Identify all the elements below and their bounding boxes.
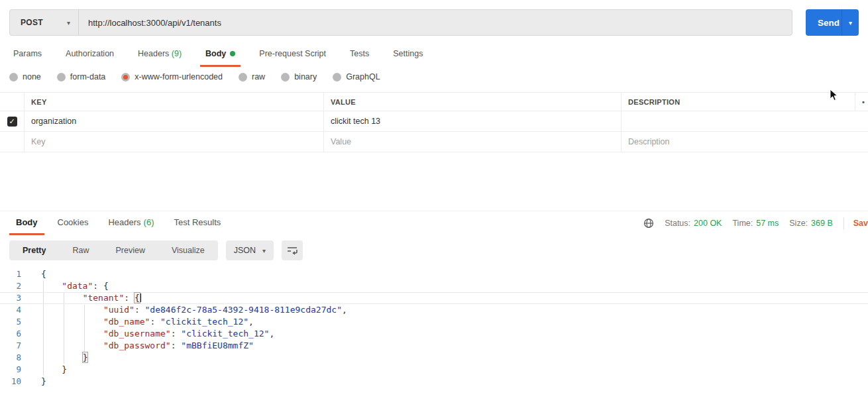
green-dot-icon (230, 51, 235, 56)
send-split-button: Send ▾ (806, 9, 859, 36)
chevron-down-icon: ▾ (67, 19, 70, 26)
json-punctuation: : (171, 340, 182, 350)
mode-x-www-form-urlencoded[interactable]: x-www-form-urlencoded (121, 72, 223, 81)
json-punctuation (41, 340, 103, 350)
line-number: 6 (0, 328, 29, 340)
code-text: "db_name": "clickit_tech_12", (29, 316, 254, 328)
line-number: 5 (0, 316, 29, 328)
response-tab-cookies[interactable]: Cookies (51, 211, 95, 235)
radio-icon (333, 73, 341, 81)
tab-body[interactable]: Body (200, 44, 241, 67)
mode-binary[interactable]: binary (281, 72, 317, 81)
table-options-button[interactable]: • (855, 93, 868, 111)
mode-label: binary (294, 72, 317, 81)
tab-label: Body (16, 217, 38, 227)
select-all-cell (0, 93, 24, 111)
checkbox-cell (0, 132, 24, 152)
json-punctuation: { (41, 269, 46, 279)
json-punctuation: , (248, 317, 254, 327)
urlencoded-table: KEYVALUEDESCRIPTION•✓organizationclickit… (0, 92, 868, 152)
response-tab-body[interactable]: Body (9, 211, 44, 235)
view-tab-visualize[interactable]: Visualize (158, 240, 218, 260)
code-line: 8 } (0, 352, 868, 364)
json-punctuation (41, 317, 103, 327)
request-tabs: ParamsAuthorizationHeaders (9)BodyPre-re… (0, 44, 868, 67)
format-select[interactable]: JSON ▾ (226, 240, 274, 260)
method-select[interactable]: POST ▾ (10, 10, 79, 35)
json-punctuation: : (124, 293, 135, 303)
json-string: "clickit_tech_12" (181, 329, 269, 339)
json-punctuation: , (269, 329, 274, 339)
row-checkbox[interactable]: ✓ (7, 117, 17, 127)
code-line: 2 "data": { (0, 280, 868, 292)
response-header: BodyCookiesHeaders(6)Test Results Status… (0, 211, 868, 235)
tab-params[interactable]: Params (8, 44, 47, 67)
view-tab-pretty[interactable]: Pretty (9, 240, 59, 260)
response-tab-test-results[interactable]: Test Results (168, 211, 228, 235)
key-cell[interactable]: organization (24, 111, 323, 131)
mode-graphql[interactable]: GraphQL (333, 72, 380, 81)
response-panel: BodyCookiesHeaders(6)Test Results Status… (0, 211, 868, 388)
checkbox-cell: ✓ (0, 111, 24, 131)
json-punctuation (41, 352, 83, 362)
send-options-button[interactable]: ▾ (841, 9, 859, 36)
table-row: ✓organizationclickit tech 13 (0, 111, 868, 132)
mode-label: x-www-form-urlencoded (135, 72, 223, 81)
mode-none[interactable]: none (9, 72, 41, 81)
radio-icon (9, 73, 18, 81)
placeholder-row: KeyValueDescription (0, 132, 868, 152)
tab-label: Cookies (58, 217, 89, 227)
view-tab-preview[interactable]: Preview (102, 240, 158, 260)
size-label: Size: (789, 219, 808, 228)
description-cell[interactable] (621, 111, 855, 131)
json-punctuation (41, 329, 103, 339)
size-value: 369 B (811, 219, 833, 228)
mode-form-data[interactable]: form-data (57, 72, 106, 81)
column-header-key: KEY (24, 93, 323, 111)
tab-tests[interactable]: Tests (345, 44, 374, 67)
tab-label: Pre-request Script (259, 49, 326, 58)
json-punctuation: : (150, 317, 160, 327)
tab-pre-request-script[interactable]: Pre-request Script (254, 44, 331, 67)
code-text: { (29, 268, 46, 280)
json-punctuation (41, 305, 103, 315)
view-tab-raw[interactable]: Raw (59, 240, 102, 260)
wrap-lines-button[interactable] (282, 240, 303, 260)
value-input[interactable]: Value (323, 132, 621, 152)
json-key: "uuid" (103, 305, 135, 315)
mode-label: GraphQL (346, 72, 380, 81)
line-number: 8 (0, 352, 29, 364)
row-end-cell (855, 132, 868, 152)
json-key: "db_password" (103, 340, 171, 350)
time-label: Time: (732, 219, 753, 228)
mode-label: none (23, 72, 41, 81)
code-text: "data": { (29, 280, 109, 292)
response-meta: Status: 200 OK Time: 57 ms Size: 369 B S… (643, 211, 868, 235)
body-mode-options: noneform-datax-www-form-urlencodedrawbin… (0, 67, 868, 85)
line-number: 7 (0, 340, 29, 352)
key-input[interactable]: Key (24, 132, 323, 152)
view-mode-segmented-control: PrettyRawPreviewVisualize (9, 240, 218, 260)
code-line: 6 "db_username": "clickit_tech_12", (0, 328, 868, 340)
json-punctuation: : (135, 305, 145, 315)
globe-icon[interactable] (643, 218, 654, 229)
url-input[interactable] (79, 10, 792, 35)
json-string: "clickit_tech_12" (160, 317, 248, 327)
tab-headers[interactable]: Headers (9) (133, 44, 187, 67)
value-cell[interactable]: clickit tech 13 (323, 111, 621, 131)
response-tabs: BodyCookiesHeaders(6)Test Results (9, 211, 234, 235)
description-input[interactable]: Description (621, 132, 855, 152)
tab-authorization[interactable]: Authorization (60, 44, 119, 67)
json-string: "de846f2c-78a5-4392-9418-811e9cda27dc" (145, 305, 342, 315)
tab-label: Body (205, 49, 226, 58)
mode-raw[interactable]: raw (239, 72, 265, 81)
json-punctuation: , (342, 305, 347, 315)
save-response-button[interactable]: Sav (853, 219, 868, 228)
tab-settings[interactable]: Settings (388, 44, 428, 67)
response-tab-headers[interactable]: Headers(6) (101, 211, 160, 235)
code-line: 9 } (0, 364, 868, 376)
url-group: POST ▾ (9, 9, 792, 36)
send-button[interactable]: Send (806, 9, 841, 36)
json-punctuation: } (83, 352, 88, 362)
tab-label: Params (13, 49, 42, 58)
